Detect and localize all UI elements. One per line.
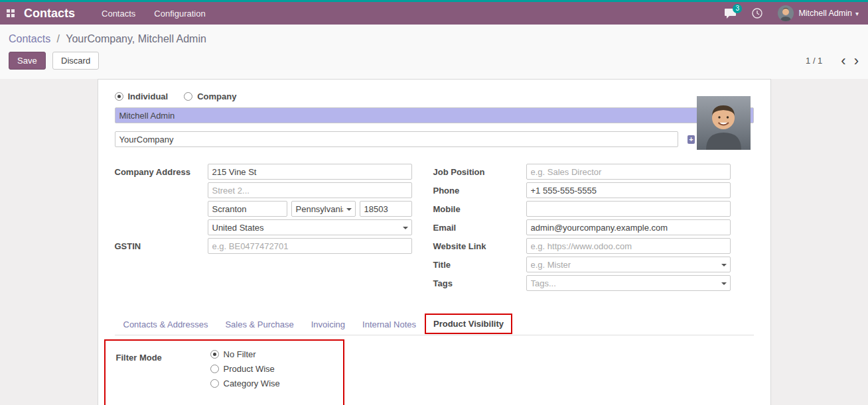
title-select[interactable]: e.g. Mister bbox=[526, 257, 731, 272]
chevron-down-icon bbox=[721, 264, 727, 269]
plus-square-icon: + bbox=[687, 135, 695, 144]
form-columns: Company Address Pennsylvania (L bbox=[115, 164, 754, 294]
country-select-value: United States bbox=[212, 223, 264, 233]
control-panel-row: Save Discard 1 / 1 ‹ › bbox=[0, 45, 868, 78]
field-label-spacer bbox=[115, 201, 208, 217]
pager-value: 1 / 1 bbox=[806, 56, 822, 66]
company-row: + Create company bbox=[115, 129, 754, 149]
contact-photo[interactable] bbox=[697, 96, 751, 150]
breadcrumb: Contacts / YourCompany, Mitchell Admin bbox=[0, 25, 868, 45]
radio-category-wise-label: Category Wise bbox=[224, 378, 280, 388]
chevron-down-icon bbox=[403, 227, 408, 232]
address-column: Company Address Pennsylvania (L bbox=[115, 164, 433, 294]
menu-contacts[interactable]: Contacts bbox=[102, 9, 135, 19]
filter-mode-options: No Filter Product Wise Category Wise bbox=[210, 349, 280, 393]
radio-icon bbox=[115, 92, 123, 101]
activities-icon[interactable] bbox=[751, 7, 763, 19]
pager: 1 / 1 ‹ › bbox=[806, 56, 859, 66]
tags-select-placeholder: Tags... bbox=[531, 278, 556, 288]
street2-input[interactable] bbox=[208, 182, 412, 198]
radio-icon bbox=[210, 350, 219, 359]
field-label-job-position: Job Position bbox=[433, 164, 526, 180]
field-label-email: Email bbox=[433, 219, 526, 235]
field-label-mobile: Mobile bbox=[433, 201, 526, 217]
apps-menu-icon[interactable] bbox=[7, 9, 15, 17]
field-label-title: Title bbox=[433, 257, 526, 272]
pager-previous-button[interactable]: ‹ bbox=[841, 56, 845, 66]
top-menu: Contacts Configuration bbox=[102, 9, 224, 19]
radio-company-label: Company bbox=[197, 91, 236, 101]
breadcrumb-current: YourCompany, Mitchell Admin bbox=[66, 33, 206, 44]
radio-category-wise[interactable]: Category Wise bbox=[210, 378, 280, 388]
chevron-down-icon: ▾ bbox=[855, 10, 859, 17]
field-label-website: Website Link bbox=[433, 238, 526, 254]
tab-contacts-addresses[interactable]: Contacts & Addresses bbox=[115, 314, 217, 335]
top-navbar: Contacts Contacts Configuration 3 Mitche… bbox=[0, 2, 868, 25]
form-buttons: Save Discard bbox=[9, 52, 99, 70]
radio-company[interactable]: Company bbox=[184, 91, 236, 101]
radio-individual[interactable]: Individual bbox=[115, 91, 169, 101]
pager-next-button[interactable]: › bbox=[854, 56, 859, 66]
user-avatar bbox=[778, 5, 794, 21]
title-select-placeholder: e.g. Mister bbox=[531, 260, 571, 270]
radio-icon bbox=[210, 365, 219, 373]
discard-button[interactable]: Discard bbox=[52, 52, 99, 70]
contact-name-input[interactable] bbox=[115, 107, 754, 123]
company-name-input[interactable] bbox=[115, 131, 678, 147]
messages-icon[interactable]: 3 bbox=[724, 8, 737, 19]
breadcrumb-contacts-link[interactable]: Contacts bbox=[9, 33, 50, 44]
notebook-tabs: Contacts & Addresses Sales & Purchase In… bbox=[115, 314, 754, 335]
radio-product-wise-label: Product Wise bbox=[224, 364, 275, 374]
radio-product-wise[interactable]: Product Wise bbox=[210, 364, 280, 374]
job-position-input[interactable] bbox=[526, 164, 731, 180]
tab-product-visibility[interactable]: Product Visibility bbox=[425, 314, 512, 334]
state-select[interactable]: Pennsylvania (L bbox=[291, 201, 356, 217]
app-title[interactable]: Contacts bbox=[24, 7, 75, 21]
radio-individual-label: Individual bbox=[128, 91, 169, 101]
radio-icon bbox=[210, 379, 219, 388]
filter-mode-section: Filter Mode No Filter Product Wise Categ… bbox=[104, 339, 344, 405]
field-label-phone: Phone bbox=[433, 182, 526, 198]
contact-form-sheet: Individual Company + Create company bbox=[98, 79, 771, 405]
email-input[interactable] bbox=[526, 219, 731, 235]
breadcrumb-separator: / bbox=[57, 33, 60, 44]
country-select[interactable]: United States bbox=[208, 219, 412, 235]
chevron-down-icon bbox=[346, 208, 352, 213]
street-input[interactable] bbox=[208, 164, 412, 180]
contact-details-column: Job Position Phone Mobile Email Website … bbox=[433, 164, 754, 294]
radio-no-filter-label: No Filter bbox=[224, 349, 256, 359]
user-name: Mitchell Admin bbox=[798, 9, 852, 18]
city-input[interactable] bbox=[208, 201, 287, 217]
tags-select[interactable]: Tags... bbox=[526, 275, 731, 291]
tab-sales-purchase[interactable]: Sales & Purchase bbox=[216, 314, 302, 335]
field-label-filter-mode: Filter Mode bbox=[116, 349, 210, 393]
topbar-left: Contacts Contacts Configuration bbox=[7, 7, 224, 21]
field-label-tags: Tags bbox=[433, 275, 526, 291]
phone-input[interactable] bbox=[526, 182, 731, 198]
messages-badge: 3 bbox=[733, 4, 742, 13]
state-select-value: Pennsylvania (L bbox=[296, 204, 343, 214]
radio-icon bbox=[184, 92, 192, 101]
field-label-gstin: GSTIN bbox=[115, 238, 208, 254]
field-label-spacer bbox=[115, 219, 208, 235]
field-label-company-address: Company Address bbox=[115, 164, 208, 180]
company-type-selector: Individual Company bbox=[115, 91, 754, 101]
field-label-spacer bbox=[115, 182, 208, 198]
menu-configuration[interactable]: Configuration bbox=[154, 9, 205, 19]
user-menu[interactable]: Mitchell Admin ▾ bbox=[778, 5, 859, 21]
zip-input[interactable] bbox=[360, 201, 412, 217]
control-panel: Contacts / YourCompany, Mitchell Admin S… bbox=[0, 25, 868, 79]
tab-internal-notes[interactable]: Internal Notes bbox=[354, 314, 425, 335]
tab-invoicing[interactable]: Invoicing bbox=[303, 314, 354, 335]
clock-icon bbox=[751, 7, 763, 19]
save-button[interactable]: Save bbox=[9, 52, 46, 70]
website-link-input[interactable] bbox=[526, 238, 731, 254]
gstin-input[interactable] bbox=[208, 238, 412, 254]
content-area: Individual Company + Create company bbox=[0, 79, 868, 405]
mobile-input[interactable] bbox=[526, 201, 731, 217]
chevron-down-icon bbox=[721, 282, 727, 288]
radio-no-filter[interactable]: No Filter bbox=[210, 349, 280, 359]
topbar-right: 3 Mitchell Admin ▾ bbox=[709, 5, 859, 21]
